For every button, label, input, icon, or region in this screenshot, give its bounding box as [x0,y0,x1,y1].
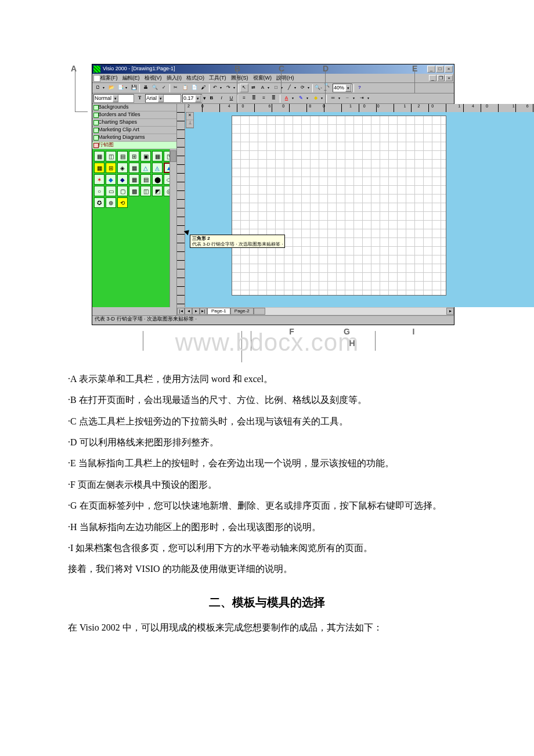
page-tab-active[interactable]: Page-1 [207,308,230,315]
stencil-item[interactable]: Borders and Titles [92,111,176,119]
dropdown-icon[interactable]: ▾ [125,86,129,90]
text-tool-button[interactable]: A [258,84,267,92]
align-right-button[interactable]: ≡ [259,94,268,103]
menu-edit[interactable]: 編輯(E) [122,75,140,81]
dropdown-icon[interactable]: ▾ [203,96,206,102]
dropdown-icon[interactable]: ▾ [268,86,271,90]
shape-thumb[interactable]: ◳ [164,151,169,161]
mdi-minimize-button[interactable]: _ [429,75,436,81]
format-painter-button[interactable]: 🖌 [199,84,208,92]
format-toolbar[interactable]: Normal▾ 𝐓 Arial▾ 0.17▾ ▾ B I U ≡ ≣ ≡ ≣ A… [92,93,454,104]
standard-toolbar[interactable]: 🗋▾ 📂 📑▾ 💾 🖶 🔍 ✓ ✂ 📋 📄 🖌 ↶▾ ↷▾ ↖ ⇄ A▾ □▾ … [92,83,454,93]
shape-thumb[interactable]: ▩ [129,186,139,196]
open-button[interactable]: 📂 [107,84,116,92]
dropdown-icon[interactable]: ▾ [103,86,106,90]
redo-button[interactable]: ↷ [224,84,233,92]
shape-thumb[interactable]: ◩ [152,186,163,196]
connector-tool-button[interactable]: ⇄ [249,84,258,92]
undo-button[interactable]: ↶ [211,84,219,92]
next-page-button[interactable]: ▸ [192,308,200,315]
dropdown-icon[interactable]: ▾ [294,86,298,90]
shape-thumb[interactable]: ▤ [117,151,128,161]
shape-thumb[interactable]: ▣ [140,151,151,161]
paste-button[interactable]: 📄 [190,84,199,92]
page-tabs[interactable]: |◂ ◂ ▸ ▸| Page-1 Page-2 [177,307,254,315]
prev-page-button[interactable]: ◂ [185,308,192,315]
shape-thumb[interactable]: ▤ [140,174,151,185]
menu-view[interactable]: 檢視(V) [145,75,162,81]
dropdown-icon[interactable]: ▾ [308,86,311,90]
last-page-button[interactable]: ▸| [200,308,207,315]
maximize-button[interactable]: □ [436,66,444,73]
floating-toolbar[interactable]: × ⟂ [186,112,194,128]
shape-thumb[interactable]: ◫ [106,151,116,161]
underline-button[interactable]: U [227,94,236,103]
dropdown-icon[interactable]: ▾ [353,96,356,100]
mdi-close-button[interactable]: × [445,75,453,81]
shape-thumb[interactable]: ▦ [94,163,104,173]
menubar[interactable]: 檔案(F) 編輯(E) 檢視(V) 插入(I) 格式(O) 工具(T) 圖形(S… [92,74,454,83]
print-button[interactable]: 🖶 [141,84,150,92]
pointer-tool-button[interactable]: ↖ [240,84,248,92]
shape-thumb[interactable]: ◆ [117,174,128,185]
dropdown-icon[interactable]: ▾ [321,96,324,100]
shape-thumb[interactable]: ⊞ [129,151,139,161]
font-color-button[interactable]: A [282,94,291,103]
shape-thumb[interactable]: ▦ [129,174,139,185]
menu-insert[interactable]: 插入(I) [167,75,182,81]
line-end-button[interactable]: ⇥ [358,94,366,103]
dropdown-icon[interactable]: ▾ [338,96,342,100]
dropdown-icon[interactable]: ▾ [306,96,310,100]
stencil-scrollbar[interactable] [169,149,176,307]
stencil-button[interactable]: 📑 [116,84,125,92]
shape-thumb[interactable]: ◬ [152,163,163,173]
zoom-combo[interactable]: 40%▾ [333,84,352,92]
menu-tools[interactable]: 工具(T) [209,75,226,81]
shape-thumb[interactable]: △ [140,163,151,173]
shape-thumb[interactable]: ⬭ [164,174,169,185]
shape-thumb[interactable]: ✶ [94,174,104,185]
help-button[interactable]: ? [355,84,364,92]
shape-thumb[interactable]: ▭ [106,186,116,196]
shape-thumb[interactable]: ◫ [140,186,151,196]
menu-file[interactable]: 檔案(F) [100,75,118,81]
line-pattern-button[interactable]: ┄ [343,94,352,103]
shape-thumb[interactable]: ⊕ [106,197,116,208]
shape-thumb-hover[interactable]: ▲ [164,163,169,173]
shape-thumb[interactable]: ✪ [94,197,104,208]
stencil-item[interactable]: Charting Shapes [92,119,176,127]
shape-thumb[interactable]: ⟲ [117,197,128,208]
menu-window[interactable]: 視窗(W) [253,75,272,81]
italic-button[interactable]: I [217,94,226,103]
zoom-out-button[interactable]: 🔍- [314,84,323,92]
mdi-restore-button[interactable]: ❐ [437,75,445,81]
stencil-item[interactable]: Backgrounds [92,104,176,111]
scroll-right-button[interactable]: ▸ [446,308,454,315]
shape-thumb[interactable]: ⊞ [106,163,116,173]
align-center-button[interactable]: ≣ [250,94,258,103]
line-weight-button[interactable]: ═ [329,94,337,103]
shape-thumb[interactable]: ○ [94,186,104,196]
fill-color-button[interactable]: ◆ [311,94,320,103]
shape-thumb[interactable]: ⬤ [152,174,163,185]
drawing-page[interactable] [232,116,446,296]
rotate-tool-button[interactable]: ⟳ [298,84,307,92]
dropdown-icon[interactable]: ▾ [220,86,223,90]
dropdown-icon[interactable]: ▾ [367,96,371,100]
shape-thumb[interactable]: ▦ [94,151,104,161]
new-button[interactable]: 🗋 [93,84,102,92]
preview-button[interactable]: 🔍 [150,84,159,92]
rect-tool-button[interactable]: □ [272,84,280,92]
line-tool-button[interactable]: ╱ [285,84,294,92]
save-button[interactable]: 💾 [129,84,138,92]
dropdown-icon[interactable]: ▾ [292,96,295,100]
shape-thumb[interactable]: ◎ [164,186,169,196]
stencil-item[interactable]: Marketing Diagrams [92,134,176,142]
canvas-container[interactable]: 20 40 60 80 100 120 140 160 180 200 220 … [185,104,534,307]
align-just-button[interactable]: ≣ [269,94,278,103]
style-combo[interactable]: Normal▾ [93,94,134,103]
horizontal-scrollbar[interactable] [254,308,446,315]
shape-thumb[interactable]: ◈ [117,163,128,173]
page-tab-inactive[interactable]: Page-2 [230,308,254,315]
minimize-button[interactable]: _ [427,66,435,73]
